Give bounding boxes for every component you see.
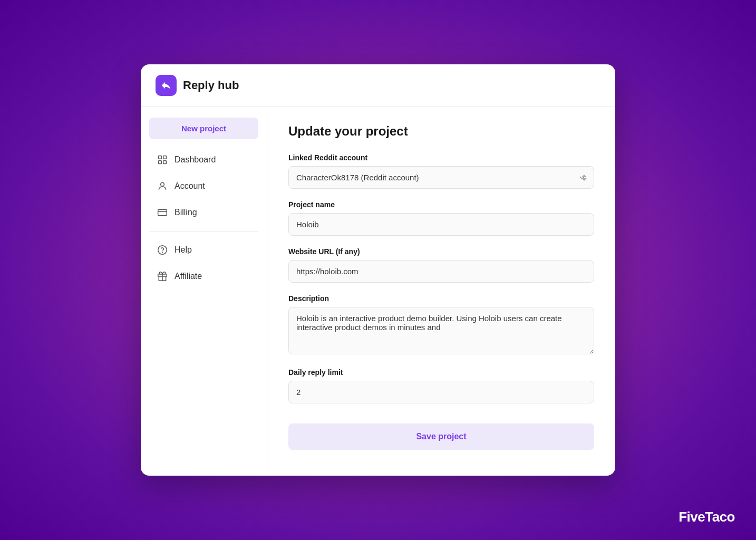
app-body: New project Dashboard [141, 107, 615, 476]
svg-point-7 [158, 246, 167, 255]
dashboard-label: Dashboard [175, 155, 216, 165]
sidebar-item-account[interactable]: Account [149, 174, 258, 198]
reply-icon [160, 80, 172, 91]
description-group: Description Holoib is an interactive pro… [288, 294, 594, 356]
account-label: Account [175, 181, 205, 191]
nav-divider [149, 231, 258, 232]
billing-label: Billing [175, 208, 197, 217]
new-project-button[interactable]: New project [149, 118, 258, 139]
daily-reply-limit-input[interactable] [288, 381, 594, 403]
svg-point-4 [161, 182, 164, 186]
website-url-group: Website URL (If any) [288, 247, 594, 283]
sidebar-item-billing[interactable]: Billing [149, 200, 258, 225]
sidebar-item-dashboard[interactable]: Dashboard [149, 148, 258, 172]
svg-rect-3 [163, 161, 167, 164]
sidebar: New project Dashboard [141, 107, 267, 476]
daily-reply-limit-label: Daily reply limit [288, 368, 594, 377]
website-url-label: Website URL (If any) [288, 247, 594, 256]
help-circle-icon [157, 244, 168, 256]
main-content: Update your project Linked Reddit accoun… [267, 107, 615, 476]
linked-account-select[interactable]: CharacterOk8178 (Reddit account) [288, 166, 594, 189]
project-name-input[interactable] [288, 213, 594, 236]
app-title: Reply hub [183, 79, 239, 92]
project-name-group: Project name [288, 200, 594, 236]
description-textarea[interactable]: Holoib is an interactive product demo bu… [288, 307, 594, 354]
help-label: Help [175, 245, 192, 255]
description-label: Description [288, 294, 594, 303]
affiliate-label: Affiliate [175, 272, 202, 281]
app-container: Reply hub New project Dashboard [141, 64, 615, 476]
app-header: Reply hub [141, 64, 615, 107]
daily-reply-limit-group: Daily reply limit [288, 368, 594, 403]
svg-rect-1 [163, 156, 167, 159]
user-icon [157, 180, 168, 192]
website-url-input[interactable] [288, 260, 594, 283]
linked-account-label: Linked Reddit account [288, 153, 594, 162]
fivetaco-watermark: FiveTaco [679, 509, 735, 525]
svg-rect-2 [159, 161, 162, 164]
svg-rect-5 [158, 209, 167, 216]
save-project-button[interactable]: Save project [288, 423, 594, 450]
linked-account-group: Linked Reddit account CharacterOk8178 (R… [288, 153, 594, 189]
page-title: Update your project [288, 124, 594, 139]
linked-account-wrapper: CharacterOk8178 (Reddit account) [288, 166, 594, 189]
gift-icon [157, 271, 168, 282]
grid-icon [157, 154, 168, 166]
sidebar-item-affiliate[interactable]: Affiliate [149, 264, 258, 288]
app-logo [156, 75, 177, 96]
sidebar-item-help[interactable]: Help [149, 238, 258, 262]
svg-rect-0 [159, 156, 162, 159]
credit-card-icon [157, 207, 168, 218]
project-name-label: Project name [288, 200, 594, 209]
